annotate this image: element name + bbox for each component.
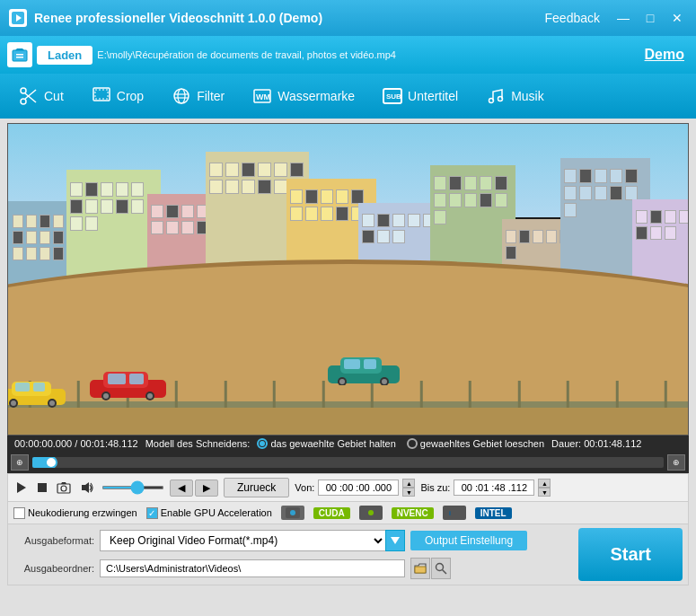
svg-rect-25 [129, 374, 144, 384]
controls-bar: ◀ ▶ Zurueck Von: ▲ ▼ Bis zu: ▲ ▼ [7, 473, 689, 502]
format-select-wrapper: Keep Original Video Format(*.mp4) [100, 530, 405, 551]
search-folder-button[interactable] [431, 558, 451, 579]
time-to-up[interactable]: ▲ [538, 479, 551, 488]
next-frame-button[interactable]: ▶ [195, 480, 218, 497]
keep-area-radio[interactable] [257, 438, 268, 449]
output-folder-label: Ausgabeordner: [13, 563, 94, 574]
svg-point-21 [498, 97, 503, 101]
time-from-group: Von: ▲ ▼ [295, 479, 415, 497]
frame-navigation: ◀ ▶ [170, 480, 218, 497]
tab-watermark[interactable]: WM Wassermarke [238, 80, 368, 112]
gpu-icon-1 [281, 506, 304, 520]
svg-point-54 [368, 510, 374, 515]
tab-crop[interactable]: Crop [77, 80, 157, 112]
svg-point-37 [382, 379, 387, 384]
svg-rect-47 [38, 483, 47, 492]
svg-point-20 [489, 99, 494, 103]
svg-point-7 [21, 88, 26, 93]
time-info-bar: 00:00:00.000 / 00:01:48.112 Modell des S… [7, 436, 689, 452]
svg-rect-40 [15, 383, 30, 392]
time-from-spinner: ▲ ▼ [402, 479, 415, 497]
delete-area-option[interactable]: gewaehltes Gebiet loeschen [407, 438, 544, 449]
path-wrapper [100, 559, 405, 577]
title-bar-left: Renee professioneller Videoschnitt 1.0.0… [9, 9, 322, 27]
path-buttons [410, 558, 451, 579]
app-icon [9, 9, 27, 27]
tab-watermark-label: Wassermarke [278, 89, 355, 103]
timeline-thumb[interactable] [45, 457, 57, 468]
format-select[interactable]: Keep Original Video Format(*.mp4) [100, 530, 385, 551]
stop-button[interactable] [35, 480, 49, 495]
bridge-road [7, 406, 689, 435]
svg-rect-33 [364, 359, 376, 369]
prev-frame-button[interactable]: ◀ [170, 480, 193, 497]
tab-filter-label: Filter [197, 89, 225, 103]
svg-point-35 [339, 379, 345, 384]
output-setting-button[interactable]: Output Einstellung [410, 531, 527, 550]
time-from-input[interactable] [318, 480, 399, 496]
main-bottom: Ausgabeformat: Keep Original Video Forma… [7, 524, 689, 585]
time-to-spinner: ▲ ▼ [538, 479, 551, 497]
from-label: Von: [295, 482, 314, 493]
reencode-option[interactable]: Neukodierung erzwingen [13, 507, 137, 519]
close-button[interactable]: ✕ [667, 8, 687, 28]
svg-rect-41 [33, 383, 45, 392]
timeline-end-btn[interactable]: ⊕ [667, 454, 685, 471]
svg-text:WM: WM [256, 92, 270, 101]
tab-music[interactable]: Musik [471, 80, 558, 112]
tab-filter[interactable]: Filter [157, 80, 238, 112]
delete-area-radio[interactable] [407, 438, 418, 449]
svg-rect-24 [108, 374, 126, 384]
play-button[interactable] [13, 480, 30, 496]
svg-point-12 [174, 89, 189, 103]
demo-label: Demo [645, 47, 684, 63]
minimize-button[interactable]: — [613, 8, 633, 28]
timeline-start-btn[interactable]: ⊕ [11, 454, 29, 471]
volume-slider[interactable] [101, 486, 164, 489]
load-area: Laden E:\molly\Récupération de documents… [7, 42, 643, 67]
svg-text:i: i [449, 510, 451, 516]
feedback-button[interactable]: Feedback [545, 11, 600, 25]
folder-path-input[interactable] [100, 559, 405, 577]
svg-point-27 [103, 393, 109, 399]
svg-line-60 [443, 570, 447, 575]
load-button[interactable]: Laden [37, 46, 93, 65]
screenshot-button[interactable] [55, 480, 73, 496]
svg-marker-50 [82, 482, 89, 493]
reencode-label: Neukodierung erzwingen [28, 507, 137, 518]
svg-point-52 [290, 510, 295, 515]
svg-rect-4 [16, 54, 23, 56]
options-bar: Neukodierung erzwingen ✓ Enable GPU Acce… [7, 502, 689, 524]
volume-button[interactable] [78, 480, 96, 496]
output-format-label: Ausgabeformat: [13, 535, 94, 546]
keep-area-option[interactable]: das gewaehlte Gebiet halten [257, 438, 395, 449]
subtitle-icon: SUB [382, 85, 403, 107]
crop-icon [91, 85, 112, 107]
time-from-down[interactable]: ▼ [402, 488, 415, 497]
maximize-button[interactable]: □ [640, 8, 660, 28]
svg-point-15 [178, 89, 185, 103]
start-button[interactable]: Start [578, 528, 683, 581]
output-folder-row: Ausgabeordner: [13, 556, 573, 581]
load-icon [7, 42, 32, 67]
duration-label: Dauer: 00:01:48.112 [551, 438, 641, 449]
time-to-input[interactable] [454, 480, 534, 496]
time-to-down[interactable]: ▼ [538, 488, 551, 497]
tab-cut[interactable]: Cut [4, 80, 77, 112]
cut-mode-options: das gewaehlte Gebiet halten gewaehltes G… [257, 438, 544, 449]
browse-folder-button[interactable] [410, 558, 430, 579]
nav-bar: Cut Crop Filter WM Wassermarke SUB Unter… [0, 74, 696, 119]
gpu-accel-checkbox[interactable]: ✓ [146, 507, 158, 519]
car-yellow [7, 377, 66, 408]
reencode-checkbox[interactable] [13, 507, 25, 519]
format-arrow[interactable] [385, 530, 405, 551]
svg-point-59 [436, 564, 444, 571]
svg-point-43 [11, 400, 16, 406]
time-from-up[interactable]: ▲ [402, 479, 415, 488]
tab-subtitle[interactable]: SUB Untertitel [368, 80, 471, 112]
svg-rect-11 [95, 90, 108, 99]
timeline-track[interactable] [32, 457, 664, 468]
cut-icon [18, 85, 40, 107]
gpu-accel-option[interactable]: ✓ Enable GPU Acceleration [146, 507, 272, 519]
back-button[interactable]: Zurueck [224, 478, 289, 497]
